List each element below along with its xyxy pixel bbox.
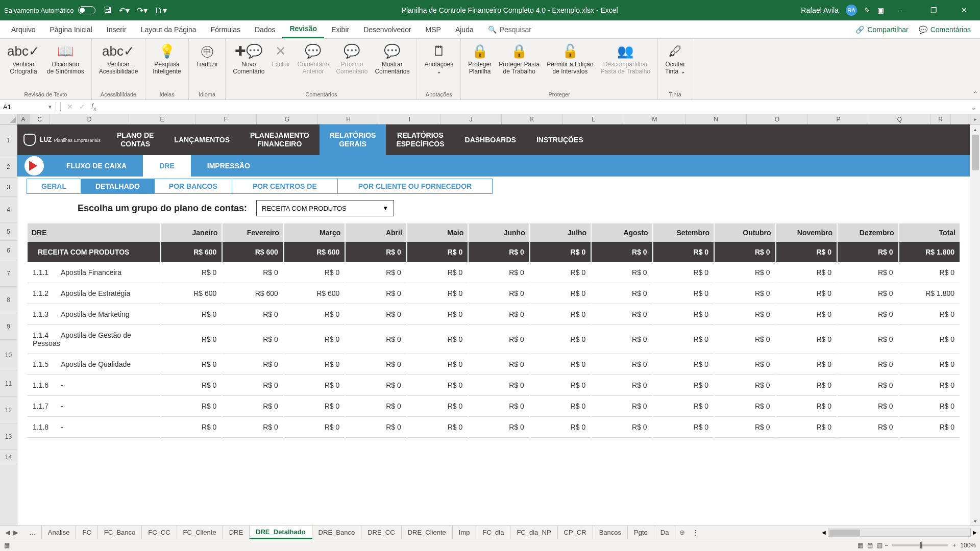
sheet-tab-...[interactable]: ... [23,526,42,539]
sheet-tab-Bancos[interactable]: Bancos [593,526,628,539]
autosave-toggle[interactable]: Salvamento Automático [4,6,95,14]
ribbon-cmd[interactable]: 🗒Anotações⌄ [421,41,456,90]
view-buttons[interactable]: ▦▤▥ [855,542,885,549]
ribbon-cmd[interactable]: abc✓VerificarOrtografia [4,41,43,90]
minimize-button[interactable]: — [891,6,915,14]
col-scroll-right[interactable]: ▸ [970,114,980,124]
col-header-D[interactable]: D [50,114,129,124]
ribbon-tab-fórmulas[interactable]: Fórmulas [204,20,248,38]
col-header-I[interactable]: I [379,114,440,124]
user-avatar[interactable]: RA [846,5,857,16]
row-header-10[interactable]: 10 [0,340,17,370]
ribbon-tab-inserir[interactable]: Inserir [100,20,134,38]
add-sheet-icon[interactable]: ⊕ [675,529,689,536]
undo-icon[interactable]: ↶▾ [119,6,130,15]
row-header-4[interactable]: 4 [0,197,17,222]
col-header-G[interactable]: G [257,114,318,124]
coming-soon-icon[interactable]: ✎ [864,6,870,14]
vertical-scrollbar[interactable]: ▴ ▾ [970,124,980,525]
cancel-icon[interactable]: ✕ [67,103,73,111]
nav-item[interactable]: PLANO DECONTAS [107,124,164,155]
sheet-tab-FC_Banco[interactable]: FC_Banco [98,526,142,539]
col-header-H[interactable]: H [318,114,379,124]
maximize-button[interactable]: ❐ [922,6,945,14]
ribbon-tab-revisão[interactable]: Revisão [282,20,324,38]
user-name[interactable]: Rafael Avila [801,6,839,14]
row-header-12[interactable]: 12 [0,397,17,423]
row-header-14[interactable]: 14 [0,450,17,464]
col-header-Q[interactable]: Q [869,114,930,124]
sheet-tab-DRE_Detalhado[interactable]: DRE_Detalhado [250,526,312,539]
subtab-dre[interactable]: DRE [143,155,191,177]
collapse-ribbon-icon[interactable]: ⌃ [973,90,978,97]
col-header-K[interactable]: K [502,114,563,124]
sheet-tab-CP_CR[interactable]: CP_CR [558,526,593,539]
fx-icon[interactable]: fx [91,102,96,112]
ribbon-cmd[interactable]: 🖊OcultarTinta ⌄ [662,41,689,90]
col-header-R[interactable]: R [930,114,951,124]
filter-btn[interactable]: GERAL [27,179,81,194]
row-header-7[interactable]: 7 [0,260,17,287]
col-header-L[interactable]: L [563,114,624,124]
col-header-N[interactable]: N [685,114,747,124]
sheet-tab-Analise[interactable]: Analise [42,526,77,539]
subtab-fluxo-de-caixa[interactable]: FLUXO DE CAIXA [50,155,143,177]
row-header-6[interactable]: 6 [0,241,17,260]
ribbon-tab-ajuda[interactable]: Ajuda [448,20,481,38]
ribbon-cmd[interactable]: abc✓VerificarAcessibilidade [96,41,141,90]
sheet-tab-DRE[interactable]: DRE [223,526,250,539]
ribbon-tab-msp[interactable]: MSP [419,20,448,38]
col-header-E[interactable]: E [129,114,195,124]
ribbon-tab-página-inicial[interactable]: Página Inicial [42,20,99,38]
col-header-F[interactable]: F [195,114,257,124]
sheet-tab-DRE_CC[interactable]: DRE_CC [361,526,401,539]
ribbon-cmd[interactable]: 🔒ProtegerPlanilha [465,41,495,90]
nav-item[interactable]: INSTRUÇÕES [526,124,594,155]
ribbon-tab-desenvolvedor[interactable]: Desenvolvedor [356,20,418,38]
name-box[interactable]: A1▼ [0,103,56,111]
subtab-impressão[interactable]: IMPRESSÃO [191,155,266,177]
sheet-tab-Da[interactable]: Da [654,526,676,539]
ribbon-tab-arquivo[interactable]: Arquivo [4,20,42,38]
expand-formula-icon[interactable]: ⌄ [968,103,980,111]
sheet-tab-FC_Cliente[interactable]: FC_Cliente [177,526,223,539]
row-header-8[interactable]: 8 [0,287,17,313]
comments-button[interactable]: 💬 Comentários [914,26,976,34]
select-all-corner[interactable] [0,114,17,124]
sheet-tab-Pgto[interactable]: Pgto [628,526,654,539]
zoom-control[interactable]: −+ 100% [885,542,976,549]
save-icon[interactable]: 🖫 [104,6,112,15]
row-header-1[interactable]: 1 [0,124,17,156]
filter-btn[interactable]: POR BANCOS [154,179,232,194]
row-header-11[interactable]: 11 [0,370,17,397]
horizontal-scrollbar[interactable]: ◀ ▶ [822,529,980,537]
ribbon-tab-exibir[interactable]: Exibir [324,20,356,38]
group-select[interactable]: RECEITA COM PRODUTOS▼ [256,200,394,216]
toggle-icon[interactable] [78,6,95,14]
sheet-tab-FC_dia[interactable]: FC_dia [476,526,510,539]
enter-icon[interactable]: ✓ [79,103,85,111]
share-button[interactable]: 🔗 Compartilhar [850,26,913,34]
row-header-3[interactable]: 3 [0,178,17,197]
sheet-tab-Imp[interactable]: Imp [453,526,477,539]
close-button[interactable]: ✕ [952,6,976,14]
ribbon-cmd[interactable]: 📖Dicionáriode Sinônimos [44,41,87,90]
col-header-O[interactable]: O [747,114,808,124]
ribbon-tab-layout-da-página[interactable]: Layout da Página [134,20,204,38]
nav-item[interactable]: RELATÓRIOSESPECÍFICOS [386,124,454,155]
ribbon-tab-dados[interactable]: Dados [248,20,282,38]
tell-me-search[interactable]: 🔍 Pesquisar [481,20,538,38]
ribbon-cmd[interactable]: 💡PesquisaInteligente [150,41,184,90]
nav-item[interactable]: PLANEJAMENTOFINANCEIRO [240,124,320,155]
col-header-P[interactable]: P [808,114,869,124]
col-header-M[interactable]: M [624,114,685,124]
ribbon-cmd[interactable]: 🔓Permitir a Ediçãode Intervalos [544,41,596,90]
sheet-tab-DRE_Banco[interactable]: DRE_Banco [312,526,362,539]
sheet-tab-FC[interactable]: FC [76,526,97,539]
ribbon-cmd[interactable]: ㊥Traduzir [193,41,222,90]
row-header-5[interactable]: 5 [0,222,17,241]
row-header-13[interactable]: 13 [0,423,17,450]
col-header-A[interactable]: A [17,114,30,124]
col-header-C[interactable]: C [30,114,50,124]
ribbon-cmd[interactable]: ✚💬NovoComentário [230,41,267,90]
